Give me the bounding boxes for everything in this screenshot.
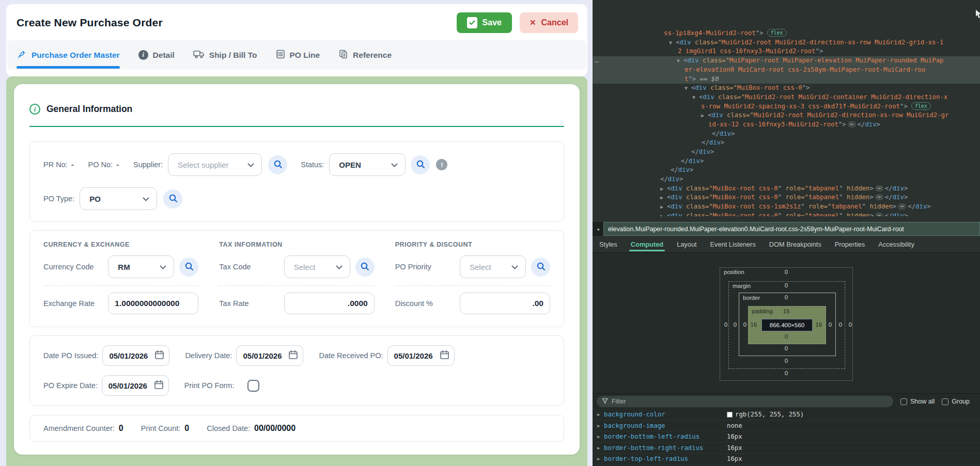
date-received-po-input[interactable]: 05/01/2026 xyxy=(387,345,455,366)
devtools-tab-dom-breakpoints[interactable]: DOM Breakpoints xyxy=(763,236,828,252)
expand-caret-icon[interactable]: ▶ xyxy=(660,202,667,212)
computed-property-row[interactable]: ▶border-bottom-left-radius16px xyxy=(593,431,980,443)
save-button[interactable]: Save xyxy=(457,12,512,33)
exchange-rate-input[interactable] xyxy=(108,293,198,314)
po-expire-date-input[interactable]: 05/01/2026 xyxy=(102,375,169,396)
elements-tree-line[interactable]: id-xs-12 css-16fnxy3-MuiGrid2-root">⋯</d… xyxy=(593,120,980,130)
tax-code-dropdown[interactable]: Select xyxy=(284,255,350,278)
elements-tree-line[interactable]: ▶<div class="MuiBox-root css-0" role="ta… xyxy=(593,193,980,202)
elements-tree[interactable]: ss-1pi8xg4-MuiGrid2-root">flex▼<div clas… xyxy=(593,0,980,222)
status-dropdown[interactable]: OPEN xyxy=(329,153,406,176)
expand-caret-icon[interactable]: ▶ xyxy=(660,184,667,194)
expand-caret-icon[interactable]: ▶ xyxy=(660,212,667,216)
inline-expand-icon[interactable]: ⋯ xyxy=(898,203,906,210)
computed-property-row[interactable]: ▶border-top-left-radius16px xyxy=(593,454,980,465)
elements-tree-line[interactable]: </div> xyxy=(593,175,980,184)
devtools-tab-styles[interactable]: Styles xyxy=(593,236,624,252)
elements-tree-line[interactable]: ▼<div class="MuiGrid2-root MuiGrid2-dire… xyxy=(593,38,980,47)
elements-tree-line[interactable]: ▶<div class="MuiBox-root css-1sm2s1z" ro… xyxy=(593,202,980,212)
box-model-diagram[interactable]: 866.400×560 position margin border paddi… xyxy=(720,267,853,381)
calendar-icon[interactable] xyxy=(440,350,449,361)
discount-input[interactable] xyxy=(460,293,550,314)
calendar-icon[interactable] xyxy=(288,350,298,361)
elements-tree-line-selected[interactable]: …▼<div class="MuiPaper-root MuiPaper-ele… xyxy=(593,56,980,66)
expand-caret-icon[interactable]: ▶ xyxy=(597,412,604,417)
expand-caret-icon[interactable]: ▶ xyxy=(597,434,604,439)
inline-expand-icon[interactable]: ⋯ xyxy=(848,121,856,127)
flex-badge[interactable]: flex xyxy=(911,102,931,110)
elements-tree-line[interactable]: </div> xyxy=(593,166,980,175)
code-token: "> xyxy=(756,29,764,37)
filter-input[interactable]: Filter xyxy=(597,396,893,407)
elements-tree-line-selected[interactable]: er-elevation0 MuiCard-root css-2s58ym-Mu… xyxy=(593,66,980,75)
inspect-cursor-icon xyxy=(944,0,980,30)
expand-caret-icon[interactable]: ▶ xyxy=(701,111,708,120)
currency-code-dropdown[interactable]: RM xyxy=(108,255,174,278)
elements-tree-line[interactable]: s-row MuiGrid2-spacing-xs-3 css-dkd71f-M… xyxy=(593,102,980,111)
elements-tree-line[interactable]: ▼<div class="MuiGrid2-root MuiGrid2-cont… xyxy=(593,93,980,102)
collapse-caret-icon[interactable]: ▼ xyxy=(692,93,699,102)
po-priority-dropdown[interactable]: Select xyxy=(460,255,526,278)
print-po-form-checkbox[interactable] xyxy=(247,380,259,392)
expand-caret-icon[interactable]: ▶ xyxy=(597,456,604,461)
box-model-content[interactable]: 866.400×560 xyxy=(761,319,813,331)
elements-tree-line[interactable]: </div> xyxy=(593,130,980,139)
expand-caret-icon[interactable]: ▶ xyxy=(660,193,667,202)
devtools-tab-accessibility[interactable]: Accessibility xyxy=(872,236,921,252)
delivery-date-input[interactable]: 05/01/2026 xyxy=(236,345,303,366)
devtools-tab-computed[interactable]: Computed xyxy=(624,236,670,252)
more-actions-icon[interactable]: … xyxy=(595,56,598,66)
flex-badge[interactable]: flex xyxy=(767,29,787,37)
tax-search-button[interactable] xyxy=(355,258,375,277)
status-search-button[interactable] xyxy=(411,155,430,174)
tab-po-line[interactable]: PO Line xyxy=(276,40,320,70)
breadcrumb-selected[interactable]: elevation.MuiPaper-rounded.MuiPaper-elev… xyxy=(603,222,980,236)
elements-tree-line[interactable]: ss-1pi8xg4-MuiGrid2-root">flex xyxy=(593,29,980,38)
print-po-form-label: Print PO Form: xyxy=(184,381,235,390)
code-token: div xyxy=(695,84,706,91)
elements-tree-line[interactable]: ▼<div class="MuiBox-root css-0"> xyxy=(593,84,980,93)
color-swatch xyxy=(727,412,733,417)
devtools-tab-event-listeners[interactable]: Event Listeners xyxy=(704,236,763,252)
elements-tree-line[interactable]: 2 imgGird1 css-16fnxy3-MuiGrid2-root"> xyxy=(593,47,980,56)
breadcrumb-back-button[interactable]: ◂ xyxy=(593,222,603,236)
elements-tree-line-selected[interactable]: t"> == $0 xyxy=(593,75,980,84)
collapse-caret-icon[interactable]: ▼ xyxy=(677,56,683,66)
inline-expand-icon[interactable]: ⋯ xyxy=(875,213,883,216)
calendar-icon[interactable] xyxy=(154,380,164,391)
po-type-search-button[interactable] xyxy=(163,189,182,208)
tab-purchase-order-master[interactable]: Purchase Order Master xyxy=(17,40,120,70)
devtools-tab-layout[interactable]: Layout xyxy=(670,236,703,252)
date-po-issued-input[interactable]: 05/01/2026 xyxy=(102,345,169,366)
elements-tree-line[interactable]: ▶<div class="MuiGrid2-root MuiGrid2-dire… xyxy=(593,111,980,120)
elements-tree-line[interactable]: ▶<div class="MuiBox-root css-0" role="ta… xyxy=(593,212,980,216)
computed-property-row[interactable]: ▶background-imagenone xyxy=(593,421,980,432)
computed-property-row[interactable]: ▶background-colorrgb(255, 255, 255) xyxy=(593,409,980,421)
supplier-dropdown[interactable]: Select supplier xyxy=(168,153,262,176)
elements-tree-line[interactable]: </div> xyxy=(593,148,980,157)
po-type-dropdown[interactable]: PO xyxy=(80,187,157,210)
elements-tree-line[interactable]: ▶<div class="MuiBox-root css-0" role="ta… xyxy=(593,184,980,194)
inline-expand-icon[interactable]: ⋯ xyxy=(875,185,883,191)
tab-detail[interactable]: i Detail xyxy=(138,40,175,70)
computed-property-row[interactable]: ▶border-bottom-right-radius16px xyxy=(593,443,980,454)
supplier-search-button[interactable] xyxy=(268,155,287,174)
form-tabs-bar: Purchase Order Master i Detail Ship / Bi… xyxy=(7,40,586,70)
expand-caret-icon[interactable]: ▶ xyxy=(597,445,604,451)
devtools-tab-properties[interactable]: Properties xyxy=(828,236,872,252)
cancel-button[interactable]: ✕ Cancel xyxy=(520,12,578,33)
inline-expand-icon[interactable]: ⋯ xyxy=(875,194,883,200)
collapse-caret-icon[interactable]: ▼ xyxy=(669,38,676,47)
collapse-caret-icon[interactable]: ▼ xyxy=(685,84,691,93)
currency-search-button[interactable] xyxy=(179,258,198,277)
elements-tree-line[interactable]: </div> xyxy=(593,138,980,148)
group-checkbox[interactable] xyxy=(942,398,948,405)
tax-rate-input[interactable] xyxy=(284,293,375,314)
elements-tree-line[interactable]: </div> xyxy=(593,157,980,166)
show-all-checkbox[interactable] xyxy=(900,398,907,405)
tab-ship-bill-to[interactable]: Ship / Bill To xyxy=(193,40,257,70)
calendar-icon[interactable] xyxy=(154,350,164,361)
expand-caret-icon[interactable]: ▶ xyxy=(597,423,604,428)
tab-reference[interactable]: Reference xyxy=(338,40,392,70)
priority-search-button[interactable] xyxy=(531,258,550,277)
